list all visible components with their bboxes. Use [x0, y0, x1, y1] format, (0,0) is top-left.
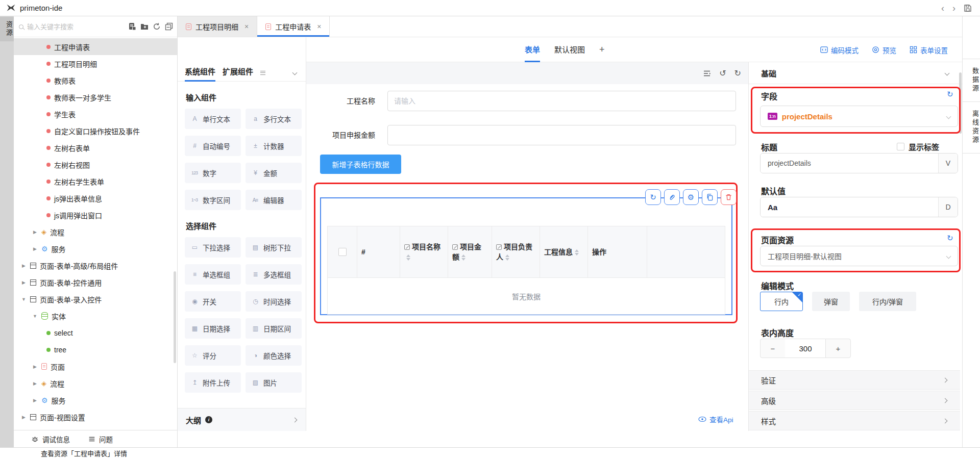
palette-item[interactable]: a多行文本	[246, 109, 302, 129]
sync-button[interactable]: ↻	[645, 189, 661, 205]
subtable-widget[interactable]: # 项目名称 项目金额 项目负责人 工程信息 操作 暂无数据	[320, 197, 732, 315]
outline-panel-header[interactable]: 大纲 i	[178, 408, 306, 431]
search-input[interactable]	[27, 23, 125, 31]
show-label-checkbox[interactable]	[897, 143, 904, 150]
tree-item[interactable]: 自定义窗口操作按钮及事件	[14, 122, 177, 139]
palette-item[interactable]: ▥日期区间	[246, 318, 302, 339]
collapse-arrow-icon[interactable]: ▼	[21, 297, 27, 302]
palette-item[interactable]: ≣多选框组	[246, 264, 302, 285]
tree-item[interactable]: js调用弹出窗口	[14, 207, 177, 223]
palette-item[interactable]: #自动编号	[185, 136, 241, 156]
tree-item[interactable]: 左树右学生表单	[14, 173, 177, 190]
palette-item[interactable]: A单行文本	[185, 109, 241, 129]
expand-arrow-icon[interactable]: ▶	[32, 381, 38, 386]
field-select[interactable]: 1:n projectDetails	[760, 106, 958, 127]
system-components-tab[interactable]: 系统组件	[185, 64, 215, 82]
amount-column-header[interactable]: 项目金额	[448, 226, 492, 277]
palette-item[interactable]: ◉开关	[185, 291, 241, 312]
validation-section-header[interactable]: 验证	[749, 370, 960, 390]
tree-item-entity[interactable]: ▼实体	[14, 308, 177, 324]
title-input[interactable]	[761, 154, 938, 173]
redo-icon[interactable]: ↻	[734, 68, 741, 78]
height-increase-button[interactable]: +	[825, 339, 851, 358]
basic-section-header[interactable]: 基础	[749, 62, 962, 84]
sidebar-scrollbar[interactable]	[174, 271, 176, 363]
palette-item[interactable]: ▦日期选择	[185, 318, 241, 339]
tree-item-package[interactable]: ▶页面-表单-高级/布局组件	[14, 257, 177, 274]
tree-item-package[interactable]: ▼页面-表单-录入控件	[14, 291, 177, 308]
tree-item[interactable]: 学生表	[14, 106, 177, 122]
page-resource-sync-icon[interactable]: ↻	[947, 234, 953, 243]
delete-button[interactable]	[721, 189, 737, 205]
expand-arrow-icon[interactable]: ▶	[21, 415, 27, 420]
expand-arrow-icon[interactable]: ▶	[32, 246, 38, 251]
expand-arrow-icon[interactable]: ▶	[32, 229, 38, 235]
tree-item[interactable]: 教师表	[14, 72, 177, 89]
tree-item-service[interactable]: ▶⚙服务	[14, 392, 177, 408]
locate-file-icon[interactable]	[128, 22, 136, 31]
refresh-icon[interactable]	[153, 22, 161, 31]
tree-item[interactable]: 左树右视图	[14, 156, 177, 173]
palette-item[interactable]: 123数字	[185, 163, 241, 183]
palette-item[interactable]: ±计数器	[246, 136, 302, 156]
mode-inline-button[interactable]: 行内 ✓	[760, 292, 803, 311]
close-icon[interactable]: ×	[244, 22, 249, 31]
palette-item[interactable]: ▤树形下拉	[246, 237, 302, 258]
form-settings-button[interactable]: 表单设置	[910, 45, 948, 55]
collapse-all-icon[interactable]	[165, 22, 173, 31]
palette-item[interactable]: ☆评分	[185, 345, 241, 366]
tree-item[interactable]: 工程项目明细	[14, 55, 177, 72]
show-label-option[interactable]: 显示标签	[897, 141, 939, 152]
datasource-vertical-tab[interactable]: 数据源	[963, 59, 980, 102]
extension-components-tab[interactable]: 扩展组件	[223, 64, 253, 82]
palette-item[interactable]: 1~3数字区间	[185, 190, 241, 210]
tree-item[interactable]: js弹出表单信息	[14, 190, 177, 207]
tree-item[interactable]: 左树右表单	[14, 139, 177, 156]
editor-tab[interactable]: 工程项目明细 ×	[178, 16, 257, 37]
expand-arrow-icon[interactable]: ▶	[21, 280, 27, 285]
mode-popup-button[interactable]: 弹窗	[812, 292, 850, 311]
nav-forward-icon[interactable]: ›	[952, 3, 955, 14]
palette-collapse-icon[interactable]	[292, 70, 298, 75]
palette-item[interactable]: ◷时间选择	[246, 291, 302, 312]
problems-tab[interactable]: 问题	[88, 434, 113, 444]
expand-arrow-icon[interactable]: ▶	[21, 263, 27, 268]
expand-arrow-icon[interactable]: ▶	[32, 364, 38, 369]
field-sync-icon[interactable]: ↻	[947, 90, 953, 99]
palette-item[interactable]: ≡单选框组	[185, 264, 241, 285]
tree-item-flow[interactable]: ▶◈流程	[14, 375, 177, 392]
name-column-header[interactable]: 项目名称	[400, 226, 448, 277]
new-folder-icon[interactable]	[140, 22, 149, 31]
default-dynamic-button[interactable]: D	[938, 197, 958, 217]
default-value-input[interactable]	[761, 197, 938, 217]
tree-item[interactable]: 教师表一对多学生	[14, 89, 177, 106]
tree-item[interactable]: 工程申请表	[14, 38, 177, 55]
expand-arrow-icon[interactable]: ▶	[32, 398, 38, 403]
tree-item-page[interactable]: ▶页面	[14, 358, 177, 375]
height-decrease-button[interactable]: −	[760, 339, 786, 358]
resources-vertical-tab[interactable]: 资源	[0, 17, 14, 41]
amount-input[interactable]	[387, 125, 736, 145]
offline-resources-vertical-tab[interactable]: 离线资源	[963, 102, 980, 154]
undo-icon[interactable]: ↺	[719, 68, 726, 78]
palette-item[interactable]: ◑颜色选择	[246, 345, 302, 366]
height-input[interactable]	[785, 339, 826, 357]
preview-button[interactable]: 预览	[872, 45, 896, 55]
page-resource-select[interactable]: 工程项目明细-默认视图	[760, 246, 958, 266]
palette-item[interactable]: ↥附件上传	[185, 372, 241, 393]
add-view-button[interactable]: +	[599, 37, 605, 62]
mode-inline-popup-button[interactable]: 行内/弹窗	[859, 292, 916, 311]
inspector-scrollbar[interactable]	[959, 72, 962, 134]
tree-item-service[interactable]: ▶⚙服务	[14, 240, 177, 257]
default-view-tab[interactable]: 默认视图	[554, 37, 585, 62]
view-api-link[interactable]: 查看Api	[698, 414, 733, 424]
collapse-arrow-icon[interactable]: ▼	[32, 314, 38, 319]
tree-item[interactable]: tree	[14, 341, 177, 358]
outline-toggle-icon[interactable]	[703, 69, 711, 78]
tree-item-package[interactable]: ▶页面-视图设置	[14, 408, 177, 425]
sort-icon[interactable]	[461, 254, 465, 261]
owner-column-header[interactable]: 项目负责人	[492, 226, 540, 277]
info-column-header[interactable]: 工程信息	[540, 226, 588, 277]
save-icon[interactable]	[964, 4, 972, 12]
copy-button[interactable]	[702, 189, 718, 205]
